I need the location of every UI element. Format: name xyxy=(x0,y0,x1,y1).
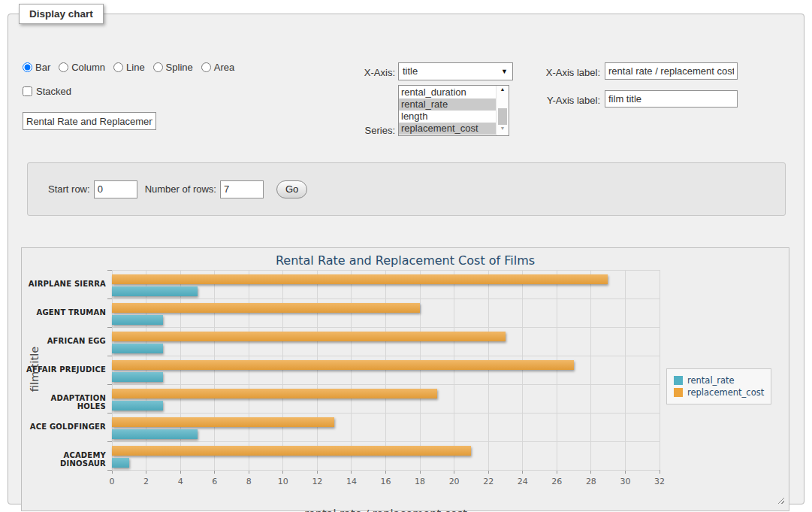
stacked-row: Stacked xyxy=(23,86,71,97)
scroll-down-icon[interactable]: ▼ xyxy=(497,126,509,135)
fieldset-title: Display chart xyxy=(19,4,104,24)
gridline-vertical xyxy=(180,270,181,470)
chart-type-label: Bar xyxy=(35,62,50,73)
legend-item-replacement_cost[interactable]: replacement_cost xyxy=(674,387,764,398)
x-axis-select[interactable]: title ▼ xyxy=(398,62,513,80)
gridline-vertical xyxy=(590,270,591,470)
x-tick-label: 22 xyxy=(473,477,503,486)
bar-replacement_cost xyxy=(112,303,420,313)
chart-panel: Rental Rate and Replacement Cost of Film… xyxy=(21,247,789,511)
gridline-vertical xyxy=(454,270,454,470)
chart-type-radio-column[interactable] xyxy=(59,62,68,72)
category-label: AFRICAN EGG xyxy=(22,337,106,345)
x-axis-tick xyxy=(112,470,113,474)
x-axis-tick xyxy=(420,470,421,474)
x-axis-tick xyxy=(488,470,489,474)
gridline-horizontal xyxy=(112,413,660,414)
bar-rental_rate xyxy=(112,315,163,325)
x-tick-label: 20 xyxy=(439,477,469,486)
gridline-vertical xyxy=(249,270,249,470)
x-axis-tick xyxy=(249,470,249,474)
x-axis-tick xyxy=(351,470,352,474)
x-tick-label: 12 xyxy=(302,477,332,486)
chart-type-option-bar[interactable]: Bar xyxy=(23,62,50,73)
y-axis-tick xyxy=(107,470,112,471)
chart-type-label: Area xyxy=(214,62,234,73)
chart-type-radio-area[interactable] xyxy=(201,62,211,72)
scrollbar-thumb[interactable] xyxy=(498,108,507,125)
gridline-horizontal xyxy=(112,470,660,471)
chart-type-radio-spline[interactable] xyxy=(153,62,163,72)
series-option-rental_rate[interactable]: rental_rate xyxy=(399,98,496,111)
x-tick-label: 6 xyxy=(200,477,230,486)
y-axis-label-caption: Y-Axis label: xyxy=(500,95,600,106)
bar-rental_rate xyxy=(112,286,198,296)
gridline-vertical xyxy=(420,270,421,470)
x-axis-label-caption: X-Axis label: xyxy=(500,67,600,78)
x-tick-label: 30 xyxy=(610,477,640,486)
y-axis-tick xyxy=(107,441,112,442)
x-axis-selected-value: title xyxy=(403,65,418,77)
x-tick-label: 8 xyxy=(234,477,264,486)
gridline-vertical xyxy=(660,270,660,470)
gridline-vertical xyxy=(214,270,215,470)
num-rows-caption: Number of rows: xyxy=(145,183,216,195)
chart-type-label: Line xyxy=(126,62,145,73)
series-option-rental_duration[interactable]: rental_duration xyxy=(399,86,496,98)
gridline-vertical xyxy=(351,270,352,470)
stacked-checkbox[interactable] xyxy=(23,86,32,96)
gridline-horizontal xyxy=(112,441,660,442)
x-axis-tick xyxy=(214,470,215,474)
gridline-vertical xyxy=(385,270,386,470)
x-axis-tick xyxy=(660,470,660,474)
gridline-vertical xyxy=(112,270,113,470)
series-caption: Series: xyxy=(320,125,395,136)
resize-handle-icon[interactable] xyxy=(776,495,784,504)
legend-swatch xyxy=(674,388,683,397)
x-axis-tick xyxy=(282,470,283,474)
x-axis-caption: X-Axis: xyxy=(320,67,395,78)
plot-area xyxy=(112,270,660,470)
series-options: rental_durationrental_ratelengthreplacem… xyxy=(399,86,496,135)
row-range-panel: Start row: Number of rows: Go xyxy=(27,162,786,216)
stacked-label: Stacked xyxy=(36,86,71,97)
series-option-replacement_cost[interactable]: replacement_cost xyxy=(399,123,496,135)
gridline-vertical xyxy=(557,270,557,470)
bar-replacement_cost xyxy=(112,332,506,341)
legend-swatch xyxy=(674,376,683,385)
bar-rental_rate xyxy=(112,372,163,382)
x-axis-tick xyxy=(317,470,318,474)
y-axis-label-input[interactable] xyxy=(605,90,738,108)
gridline-horizontal xyxy=(112,356,660,356)
chart-type-radio-bar[interactable] xyxy=(23,62,32,72)
chart-type-option-line[interactable]: Line xyxy=(113,62,145,73)
y-axis-tick xyxy=(107,270,112,271)
bar-rental_rate xyxy=(112,429,198,439)
chart-legend: rental_ratereplacement_cost xyxy=(666,368,771,404)
series-multiselect[interactable]: rental_durationrental_ratelengthreplacem… xyxy=(398,85,509,136)
chart-type-label: Column xyxy=(71,62,105,73)
chart-type-option-column[interactable]: Column xyxy=(59,62,105,73)
y-axis-tick xyxy=(107,356,112,356)
stacked-option[interactable]: Stacked xyxy=(23,86,71,97)
category-label: AGENT TRUMAN xyxy=(22,308,106,317)
x-axis-tick xyxy=(385,470,386,474)
series-scrollbar[interactable]: ▲ ▼ xyxy=(496,86,509,135)
x-tick-label: 32 xyxy=(644,477,675,486)
go-button[interactable]: Go xyxy=(276,180,307,198)
x-axis-tick xyxy=(146,470,146,474)
series-option-length[interactable]: length xyxy=(399,111,496,123)
chart-title-input[interactable] xyxy=(23,112,156,130)
bar-replacement_cost xyxy=(112,446,471,456)
chart-type-option-spline[interactable]: Spline xyxy=(153,62,193,73)
num-rows-input[interactable] xyxy=(220,180,264,198)
legend-item-rental_rate[interactable]: rental_rate xyxy=(674,375,764,386)
bar-replacement_cost xyxy=(112,274,608,284)
start-row-input[interactable] xyxy=(94,180,137,198)
chart-type-radio-group: BarColumnLineSplineArea xyxy=(23,62,243,73)
chart-type-option-area[interactable]: Area xyxy=(201,62,234,73)
chart-type-radio-line[interactable] xyxy=(113,62,123,72)
gridline-vertical xyxy=(282,270,283,470)
x-axis-label-input[interactable] xyxy=(605,62,738,80)
x-axis-tick xyxy=(522,470,523,474)
